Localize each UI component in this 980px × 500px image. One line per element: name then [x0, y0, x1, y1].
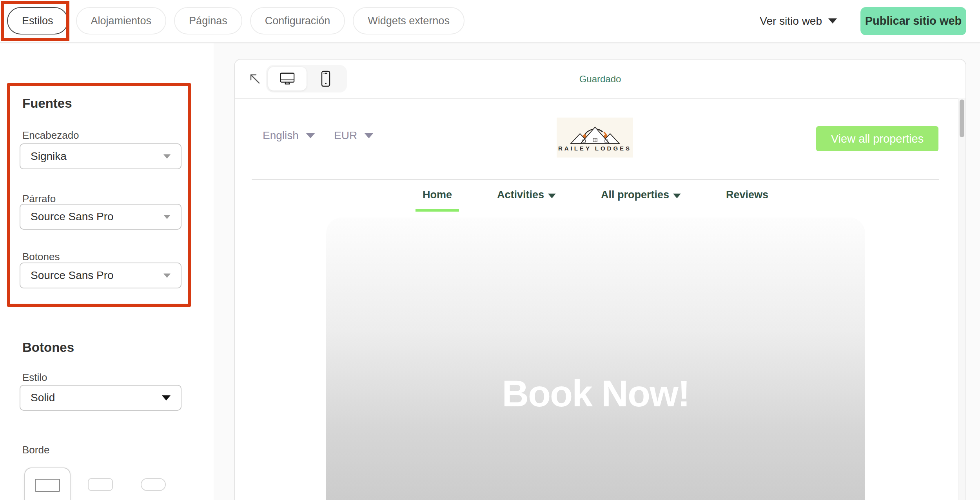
language-value: English [263, 129, 299, 142]
button-border-label: Borde [22, 444, 49, 456]
buttons-section-title: Botones [22, 340, 74, 355]
device-toggle [266, 65, 347, 92]
border-option-rounded[interactable] [77, 467, 123, 500]
desktop-view-button[interactable] [268, 67, 307, 91]
chevron-down-icon [163, 274, 171, 278]
currency-value: EUR [334, 129, 357, 142]
heading-font-value: Signika [31, 150, 67, 163]
nav-all-properties-label: All properties [601, 189, 669, 201]
nav-home-label: Home [423, 189, 452, 201]
preview-scrollbar [958, 98, 965, 500]
publish-site-button[interactable]: Publicar sitio web [860, 7, 966, 35]
buttons-font-select[interactable]: Source Sans Pro [20, 263, 181, 288]
main-tabs: Estilos Alojamientos Páginas Configuraci… [7, 7, 465, 34]
chevron-down-icon [162, 395, 171, 400]
heading-font-label: Encabezado [22, 129, 79, 141]
nav-item-reviews[interactable]: Reviews [726, 189, 768, 201]
preview-toolbar: Guardado [235, 60, 965, 99]
site-nav: Home Activities All properties Reviews [423, 189, 768, 212]
buttons-font-value: Source Sans Pro [31, 269, 114, 282]
nav-item-activities[interactable]: Activities [497, 189, 556, 201]
border-option-pill[interactable] [130, 467, 176, 500]
chevron-down-icon [163, 215, 171, 219]
topbar: Estilos Alojamientos Páginas Configuraci… [0, 0, 980, 43]
border-option-row [24, 467, 176, 500]
nav-reviews-label: Reviews [726, 189, 768, 201]
styles-sidebar: Fuentes Encabezado Signika Párrafo Sourc… [0, 42, 214, 500]
heading-font-select[interactable]: Signika [20, 143, 181, 169]
tab-widgets-externos[interactable]: Widgets externos [353, 7, 465, 34]
paragraph-font-label: Párrafo [22, 193, 56, 205]
paragraph-font-value: Source Sans Pro [31, 210, 114, 223]
lodge-logo-icon [566, 124, 624, 144]
button-style-select[interactable]: Solid [20, 385, 181, 411]
chevron-down-icon [364, 133, 374, 138]
select-cursor-icon[interactable] [247, 71, 262, 86]
border-option-square[interactable] [24, 467, 71, 500]
tab-estilos[interactable]: Estilos [7, 7, 68, 34]
desktop-icon [278, 71, 296, 86]
site-logo[interactable]: RAILEY LODGES [557, 118, 633, 158]
view-site-dropdown[interactable]: Ver sitio web [760, 15, 837, 27]
chevron-down-icon [163, 154, 171, 159]
header-divider [252, 179, 939, 180]
chevron-down-icon [673, 194, 681, 198]
nav-item-home[interactable]: Home [423, 189, 452, 212]
language-selector[interactable]: English [263, 129, 315, 142]
currency-selector[interactable]: EUR [334, 129, 374, 142]
mobile-icon [320, 70, 332, 87]
active-nav-underline [416, 209, 459, 212]
site-preview-panel: Guardado English EUR [234, 59, 966, 500]
tab-alojamientos[interactable]: Alojamientos [76, 7, 167, 34]
rounded-corners-icon [88, 478, 113, 491]
paragraph-font-select[interactable]: Source Sans Pro [20, 204, 181, 230]
pill-icon [141, 478, 166, 491]
logo-text: RAILEY LODGES [558, 145, 632, 152]
button-style-value: Solid [31, 391, 55, 404]
scrollbar-thumb[interactable] [960, 100, 964, 137]
hero-title: Book Now! [326, 372, 865, 415]
tab-configuracion[interactable]: Configuración [250, 7, 345, 34]
button-style-label: Estilo [22, 371, 47, 384]
app-window: Estilos Alojamientos Páginas Configuraci… [0, 0, 980, 500]
fonts-section-title: Fuentes [22, 96, 72, 111]
nav-item-all-properties[interactable]: All properties [601, 189, 681, 201]
view-site-label: Ver sitio web [760, 15, 822, 27]
topbar-actions: Ver sitio web Publicar sitio web [760, 0, 966, 42]
tab-paginas[interactable]: Páginas [174, 7, 242, 34]
view-all-properties-button[interactable]: View all properties [816, 126, 938, 151]
mobile-view-button[interactable] [307, 67, 345, 91]
nav-activities-label: Activities [497, 189, 544, 201]
buttons-font-label: Botones [22, 251, 60, 263]
chevron-down-icon [306, 133, 315, 138]
square-corners-icon [35, 479, 60, 492]
chevron-down-icon [828, 18, 837, 24]
hero-banner: Book Now! [326, 217, 865, 500]
chevron-down-icon [548, 194, 556, 198]
